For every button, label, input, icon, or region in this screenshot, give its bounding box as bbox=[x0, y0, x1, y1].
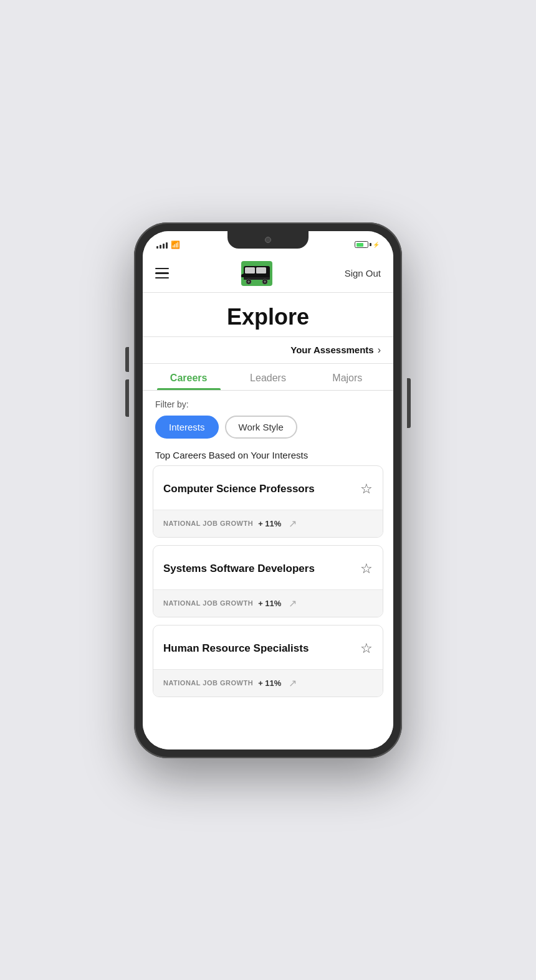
career-card-bottom-1: NATIONAL JOB GROWTH + 11% ↗ bbox=[153, 589, 383, 617]
job-growth-value-1: + 11% bbox=[258, 599, 281, 608]
career-card-top-2: Human Resource Specialists ☆ bbox=[153, 626, 383, 669]
page-title-area: Explore bbox=[143, 293, 393, 337]
phone-frame: 📶 ⚡ bbox=[134, 222, 402, 758]
career-title-1: Systems Software Developers bbox=[163, 563, 360, 575]
phone-screen: 📶 ⚡ bbox=[143, 231, 393, 749]
career-star-button-0[interactable]: ☆ bbox=[360, 481, 373, 497]
assessments-link[interactable]: Your Assessments › bbox=[143, 337, 393, 364]
career-card-0[interactable]: Computer Science Professors ☆ NATIONAL J… bbox=[153, 465, 383, 538]
career-card-top-1: Systems Software Developers ☆ bbox=[153, 546, 383, 589]
career-card-bottom-2: NATIONAL JOB GROWTH + 11% ↗ bbox=[153, 669, 383, 697]
career-star-button-2[interactable]: ☆ bbox=[360, 640, 373, 657]
chevron-right-icon: › bbox=[378, 345, 381, 356]
tabs-container: Careers Leaders Majors bbox=[143, 364, 393, 391]
growth-arrow-icon-0: ↗ bbox=[289, 518, 297, 530]
side-buttons bbox=[125, 347, 129, 417]
signal-icon bbox=[156, 241, 168, 249]
status-bar: 📶 ⚡ bbox=[143, 231, 393, 255]
filter-label: Filter by: bbox=[155, 399, 381, 409]
battery-fill bbox=[357, 243, 364, 247]
battery-indicator: ⚡ bbox=[355, 241, 380, 248]
growth-arrow-icon-1: ↗ bbox=[289, 597, 297, 609]
svg-point-7 bbox=[247, 280, 250, 283]
filter-workstyle-button[interactable]: Work Style bbox=[225, 416, 297, 439]
bottom-spacer bbox=[143, 705, 393, 723]
assessments-text: Your Assessments bbox=[290, 345, 373, 355]
hamburger-menu-button[interactable] bbox=[155, 268, 169, 279]
hamburger-line-1 bbox=[155, 268, 169, 270]
notch bbox=[227, 231, 309, 249]
page-title: Explore bbox=[155, 304, 381, 330]
charging-icon: ⚡ bbox=[373, 242, 380, 248]
job-growth-label-2: NATIONAL JOB GROWTH bbox=[163, 679, 253, 687]
job-growth-label-0: NATIONAL JOB GROWTH bbox=[163, 520, 253, 527]
career-star-button-1[interactable]: ☆ bbox=[360, 561, 373, 577]
tab-leaders[interactable]: Leaders bbox=[228, 364, 307, 390]
career-card-top-0: Computer Science Professors ☆ bbox=[153, 466, 383, 510]
logo-svg bbox=[241, 261, 272, 286]
battery-tip bbox=[370, 243, 371, 246]
career-card-bottom-0: NATIONAL JOB GROWTH + 11% ↗ bbox=[153, 510, 383, 537]
svg-rect-3 bbox=[256, 267, 266, 274]
hamburger-line-3 bbox=[155, 277, 169, 279]
svg-rect-2 bbox=[245, 267, 255, 274]
career-card-2[interactable]: Human Resource Specialists ☆ NATIONAL JO… bbox=[153, 625, 383, 697]
career-title-2: Human Resource Specialists bbox=[163, 642, 360, 655]
status-left: 📶 bbox=[156, 240, 180, 249]
status-right: ⚡ bbox=[355, 241, 380, 248]
hamburger-line-2 bbox=[155, 272, 169, 274]
career-card-1[interactable]: Systems Software Developers ☆ NATIONAL J… bbox=[153, 545, 383, 617]
front-camera bbox=[265, 237, 271, 243]
app-content: Sign Out Explore Your Assessments › Care… bbox=[143, 255, 393, 749]
sign-out-button[interactable]: Sign Out bbox=[345, 268, 381, 278]
growth-arrow-icon-2: ↗ bbox=[289, 677, 297, 689]
career-title-0: Computer Science Professors bbox=[163, 483, 360, 495]
tab-majors[interactable]: Majors bbox=[308, 364, 387, 390]
filter-interests-button[interactable]: Interests bbox=[155, 416, 219, 439]
battery-body bbox=[355, 241, 368, 248]
filter-section: Filter by: Interests Work Style bbox=[143, 391, 393, 442]
svg-point-8 bbox=[264, 280, 266, 283]
app-header: Sign Out bbox=[143, 255, 393, 293]
job-growth-label-1: NATIONAL JOB GROWTH bbox=[163, 599, 253, 607]
power-btn[interactable] bbox=[407, 378, 411, 428]
volume-down-btn[interactable] bbox=[125, 379, 129, 417]
volume-up-btn[interactable] bbox=[125, 347, 129, 372]
app-logo bbox=[241, 261, 272, 286]
job-growth-value-0: + 11% bbox=[258, 519, 281, 528]
filter-buttons: Interests Work Style bbox=[155, 416, 381, 439]
job-growth-value-2: + 11% bbox=[258, 678, 281, 688]
tab-careers[interactable]: Careers bbox=[149, 364, 228, 390]
wifi-icon: 📶 bbox=[171, 240, 180, 249]
section-heading: Top Careers Based on Your Interests bbox=[143, 442, 393, 465]
